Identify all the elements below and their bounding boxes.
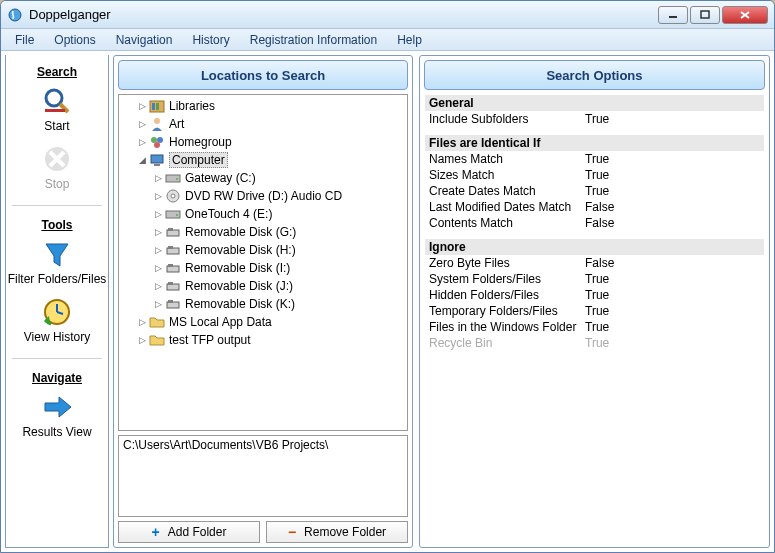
option-value: True bbox=[585, 168, 609, 182]
menu-file[interactable]: File bbox=[5, 31, 44, 49]
tree-node[interactable]: ▷Art bbox=[123, 115, 403, 133]
option-row[interactable]: Include SubfoldersTrue bbox=[425, 111, 764, 127]
expand-icon[interactable]: ▷ bbox=[137, 335, 147, 345]
svg-rect-23 bbox=[154, 164, 160, 166]
sidebar-item-results[interactable]: Results View bbox=[22, 391, 91, 439]
option-row[interactable]: Temporary Folders/FilesTrue bbox=[425, 303, 764, 319]
option-value: False bbox=[585, 200, 614, 214]
maximize-button[interactable] bbox=[690, 6, 720, 24]
option-label: Temporary Folders/Files bbox=[429, 304, 585, 318]
option-label: Contents Match bbox=[429, 216, 585, 230]
menu-registration-information[interactable]: Registration Information bbox=[240, 31, 387, 49]
option-group-heading: Ignore bbox=[425, 239, 764, 255]
tree-label: MS Local App Data bbox=[169, 315, 272, 329]
title-bar[interactable]: Doppelganger bbox=[1, 1, 774, 29]
collapse-icon[interactable]: ◢ bbox=[137, 155, 147, 165]
dvd-icon bbox=[165, 188, 181, 204]
options-grid[interactable]: GeneralInclude SubfoldersTrueFiles are I… bbox=[424, 94, 765, 543]
svg-point-18 bbox=[154, 118, 160, 124]
app-icon bbox=[7, 7, 23, 23]
options-panel: Search Options GeneralInclude Subfolders… bbox=[419, 55, 770, 548]
tree-node[interactable]: ◢Computer bbox=[123, 151, 403, 169]
option-value: True bbox=[585, 304, 609, 318]
svg-rect-39 bbox=[168, 300, 173, 303]
remove-folder-button[interactable]: − Remove Folder bbox=[266, 521, 408, 543]
folder-icon bbox=[149, 314, 165, 330]
tree-node[interactable]: ▷Removable Disk (J:) bbox=[123, 277, 403, 295]
option-label: Create Dates Match bbox=[429, 184, 585, 198]
locations-header: Locations to Search bbox=[118, 60, 408, 90]
option-value: True bbox=[585, 112, 609, 126]
tree-node[interactable]: ▷DVD RW Drive (D:) Audio CD bbox=[123, 187, 403, 205]
sidebar-label-stop: Stop bbox=[45, 177, 70, 191]
close-button[interactable] bbox=[722, 6, 768, 24]
menu-options[interactable]: Options bbox=[44, 31, 105, 49]
libraries-icon bbox=[149, 98, 165, 114]
svg-point-19 bbox=[151, 137, 157, 143]
expand-icon[interactable]: ▷ bbox=[137, 101, 147, 111]
tree-node[interactable]: ▷Gateway (C:) bbox=[123, 169, 403, 187]
option-row[interactable]: Contents MatchFalse bbox=[425, 215, 764, 231]
expand-icon[interactable]: ▷ bbox=[153, 299, 163, 309]
option-row[interactable]: Files in the Windows FolderTrue bbox=[425, 319, 764, 335]
option-row[interactable]: Zero Byte FilesFalse bbox=[425, 255, 764, 271]
option-label: Files in the Windows Folder bbox=[429, 320, 585, 334]
tree-node[interactable]: ▷Homegroup bbox=[123, 133, 403, 151]
folder-button-row: + Add Folder − Remove Folder bbox=[118, 521, 408, 543]
menu-help[interactable]: Help bbox=[387, 31, 432, 49]
window-title: Doppelganger bbox=[29, 7, 658, 22]
expand-icon[interactable]: ▷ bbox=[153, 227, 163, 237]
option-row[interactable]: Last Modified Dates MatchFalse bbox=[425, 199, 764, 215]
menu-history[interactable]: History bbox=[182, 31, 239, 49]
tree-node[interactable]: ▷Removable Disk (I:) bbox=[123, 259, 403, 277]
tree-container: ▷Libraries▷Art▷Homegroup◢Computer▷Gatewa… bbox=[118, 94, 408, 431]
sidebar-item-stop: Stop bbox=[41, 143, 73, 191]
tree-node[interactable]: ▷MS Local App Data bbox=[123, 313, 403, 331]
sidebar: SearchStartStopToolsFilter Folders/Files… bbox=[5, 55, 109, 548]
menu-navigation[interactable]: Navigation bbox=[106, 31, 183, 49]
expand-icon[interactable]: ▷ bbox=[153, 191, 163, 201]
option-label: Include Subfolders bbox=[429, 112, 585, 126]
add-folder-button[interactable]: + Add Folder bbox=[118, 521, 260, 543]
tree-label: Homegroup bbox=[169, 135, 232, 149]
tree-node[interactable]: ▷Libraries bbox=[123, 97, 403, 115]
selected-path-box[interactable]: C:\Users\Art\Documents\VB6 Projects\ bbox=[118, 435, 408, 517]
tree-node[interactable]: ▷Removable Disk (K:) bbox=[123, 295, 403, 313]
option-row[interactable]: Sizes MatchTrue bbox=[425, 167, 764, 183]
svg-point-27 bbox=[171, 194, 175, 198]
svg-rect-17 bbox=[156, 103, 159, 110]
tree-label: Computer bbox=[169, 152, 228, 168]
folder-tree[interactable]: ▷Libraries▷Art▷Homegroup◢Computer▷Gatewa… bbox=[119, 95, 407, 430]
option-row[interactable]: Create Dates MatchTrue bbox=[425, 183, 764, 199]
tree-label: Libraries bbox=[169, 99, 215, 113]
expand-icon[interactable]: ▷ bbox=[153, 263, 163, 273]
expand-icon[interactable]: ▷ bbox=[137, 317, 147, 327]
expand-icon[interactable]: ▷ bbox=[153, 209, 163, 219]
tree-node[interactable]: ▷test TFP output bbox=[123, 331, 403, 349]
sidebar-item-history[interactable]: View History bbox=[24, 296, 90, 344]
sidebar-item-start[interactable]: Start bbox=[41, 85, 73, 133]
option-row[interactable]: Names MatchTrue bbox=[425, 151, 764, 167]
svg-point-25 bbox=[176, 178, 178, 180]
expand-icon[interactable]: ▷ bbox=[153, 281, 163, 291]
tree-label: DVD RW Drive (D:) Audio CD bbox=[185, 189, 342, 203]
sidebar-item-filter[interactable]: Filter Folders/Files bbox=[8, 238, 107, 286]
folder-icon bbox=[149, 332, 165, 348]
minimize-button[interactable] bbox=[658, 6, 688, 24]
option-label: Recycle Bin bbox=[429, 336, 585, 350]
sidebar-label-results: Results View bbox=[22, 425, 91, 439]
option-value: False bbox=[585, 216, 614, 230]
tree-label: Removable Disk (H:) bbox=[185, 243, 296, 257]
expand-icon[interactable]: ▷ bbox=[153, 173, 163, 183]
option-value: False bbox=[585, 256, 614, 270]
expand-icon[interactable]: ▷ bbox=[137, 137, 147, 147]
option-row[interactable]: System Folders/FilesTrue bbox=[425, 271, 764, 287]
option-row[interactable]: Hidden Folders/FilesTrue bbox=[425, 287, 764, 303]
expand-icon[interactable]: ▷ bbox=[137, 119, 147, 129]
tree-node[interactable]: ▷Removable Disk (G:) bbox=[123, 223, 403, 241]
tree-node[interactable]: ▷Removable Disk (H:) bbox=[123, 241, 403, 259]
svg-rect-7 bbox=[45, 109, 65, 112]
sidebar-divider bbox=[12, 205, 102, 206]
expand-icon[interactable]: ▷ bbox=[153, 245, 163, 255]
tree-node[interactable]: ▷OneTouch 4 (E:) bbox=[123, 205, 403, 223]
